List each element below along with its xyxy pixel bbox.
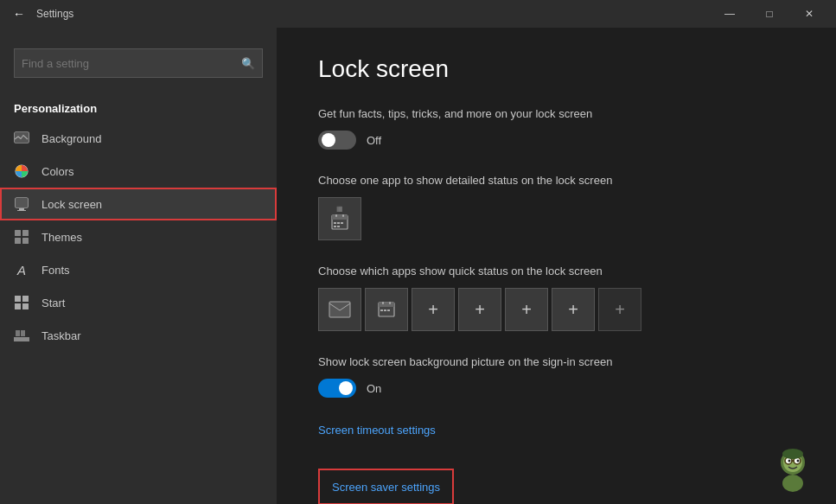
sidebar-item-taskbar[interactable]: Taskbar: [0, 319, 277, 352]
add-icon-3: +: [521, 300, 532, 320]
svg-point-45: [782, 475, 803, 492]
quick-status-app-add-1[interactable]: +: [412, 288, 455, 331]
colors-label: Colors: [41, 165, 74, 178]
tips-label: Get fun facts, tips, tricks, and more on…: [318, 107, 795, 120]
svg-point-44: [782, 449, 803, 459]
svg-rect-17: [21, 330, 25, 336]
content-area: Lock screen Get fun facts, tips, tricks,…: [277, 28, 836, 504]
svg-rect-13: [15, 303, 21, 309]
svg-rect-27: [329, 302, 350, 317]
main-layout: 🔍 Personalization Background: [0, 28, 836, 504]
colors-icon: [14, 163, 29, 179]
quick-status-app-add-5[interactable]: +: [598, 288, 641, 331]
lock-screen-icon: [14, 196, 29, 212]
svg-rect-25: [334, 226, 336, 227]
svg-rect-26: [337, 226, 340, 227]
signin-toggle[interactable]: [318, 379, 356, 398]
themes-label: Themes: [41, 231, 82, 244]
add-icon-1: +: [428, 300, 438, 320]
page-title: Lock screen: [318, 55, 795, 83]
taskbar-icon: [14, 328, 29, 343]
taskbar-label: Taskbar: [41, 329, 81, 342]
svg-rect-6: [17, 210, 26, 211]
svg-rect-9: [15, 238, 21, 244]
search-box[interactable]: 🔍: [14, 48, 263, 78]
sidebar-item-themes[interactable]: Themes: [0, 220, 277, 253]
screen-saver-section: Screen saver settings: [318, 462, 454, 504]
app-title: Settings: [36, 8, 710, 20]
quick-status-app-add-4[interactable]: +: [552, 288, 595, 331]
sidebar-item-background[interactable]: Background: [0, 122, 277, 155]
tips-toggle-row: Off: [318, 131, 795, 150]
detailed-status-apps: ▦: [318, 197, 795, 240]
cortana-mascot: [767, 443, 819, 495]
quick-status-apps: + + + + +: [318, 288, 795, 331]
tips-section: Get fun facts, tips, tricks, and more on…: [318, 107, 795, 150]
svg-rect-29: [379, 303, 394, 307]
titlebar: ← Settings — □ ✕: [0, 0, 836, 28]
start-icon: [14, 295, 29, 310]
svg-rect-32: [380, 309, 383, 311]
maximize-button[interactable]: □: [750, 0, 789, 28]
svg-rect-21: [342, 214, 344, 217]
svg-rect-10: [22, 238, 29, 244]
fonts-label: Fonts: [41, 264, 70, 277]
svg-rect-30: [382, 302, 384, 304]
quick-status-app-add-3[interactable]: +: [505, 288, 548, 331]
fonts-icon: A: [14, 262, 29, 278]
sidebar-item-fonts[interactable]: A Fonts: [0, 253, 277, 286]
screen-saver-link[interactable]: Screen saver settings: [332, 481, 440, 494]
mascot-area: [767, 443, 819, 495]
signin-toggle-row: On: [318, 379, 795, 398]
add-icon-5: +: [615, 300, 625, 320]
quick-status-app-mail[interactable]: [318, 288, 361, 331]
sidebar-search-area: 🔍: [0, 41, 277, 92]
svg-rect-7: [15, 230, 21, 236]
signin-section: Show lock screen background picture on t…: [318, 355, 795, 398]
svg-rect-15: [14, 337, 29, 341]
back-button[interactable]: ←: [7, 2, 31, 26]
sidebar-item-lock-screen[interactable]: Lock screen: [0, 188, 277, 220]
quick-status-app-add-2[interactable]: +: [458, 288, 501, 331]
minimize-button[interactable]: —: [710, 0, 750, 28]
svg-rect-8: [22, 230, 29, 236]
calendar-icon: ▦: [330, 206, 349, 232]
detailed-status-label: Choose one app to show detailed status o…: [318, 174, 795, 187]
svg-rect-34: [387, 309, 390, 311]
signin-toggle-label: On: [367, 382, 381, 395]
signin-label: Show lock screen background picture on t…: [318, 355, 795, 368]
themes-icon: [14, 229, 29, 245]
svg-rect-24: [341, 222, 343, 224]
quick-status-app-calendar[interactable]: [365, 288, 408, 331]
toggle-knob-on: [339, 381, 353, 395]
svg-rect-11: [15, 296, 21, 302]
svg-rect-14: [22, 303, 29, 309]
lock-screen-label: Lock screen: [41, 198, 102, 211]
svg-rect-31: [389, 302, 391, 304]
search-input[interactable]: [22, 57, 241, 70]
screen-saver-box[interactable]: Screen saver settings: [318, 469, 454, 504]
sidebar-item-colors[interactable]: Colors: [0, 155, 277, 188]
svg-point-40: [797, 460, 800, 463]
screen-timeout-link[interactable]: Screen timeout settings: [318, 424, 436, 437]
sidebar-section-label: Personalization: [0, 92, 277, 122]
svg-rect-22: [334, 222, 336, 224]
svg-rect-33: [384, 309, 386, 311]
timeout-section: Screen timeout settings: [318, 422, 795, 437]
window-controls: — □ ✕: [710, 0, 829, 28]
detailed-status-app-calendar[interactable]: ▦: [318, 197, 361, 240]
quick-status-section: Choose which apps show quick status on t…: [318, 265, 795, 331]
add-icon-2: +: [475, 300, 485, 320]
svg-point-39: [788, 460, 791, 463]
start-label: Start: [41, 297, 65, 309]
sidebar-item-start[interactable]: Start: [0, 286, 277, 319]
close-button[interactable]: ✕: [789, 0, 829, 28]
svg-rect-5: [19, 208, 24, 210]
detailed-status-section: Choose one app to show detailed status o…: [318, 174, 795, 240]
quick-status-label: Choose which apps show quick status on t…: [318, 265, 795, 278]
add-icon-4: +: [568, 300, 578, 320]
svg-rect-4: [16, 198, 28, 207]
background-label: Background: [41, 132, 101, 145]
tips-toggle[interactable]: [318, 131, 356, 150]
svg-rect-20: [335, 214, 337, 217]
